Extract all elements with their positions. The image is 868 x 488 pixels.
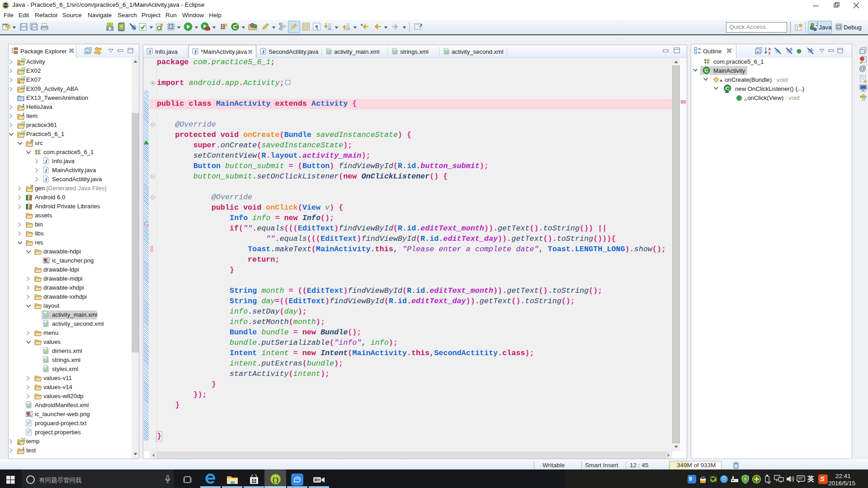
svg-text:J: J (194, 49, 196, 54)
svg-text:¶: ¶ (315, 23, 318, 30)
svg-text:J: J (45, 177, 47, 182)
svg-text:J: J (262, 49, 264, 54)
svg-text:a: a (23, 131, 24, 134)
svg-text:{}: {} (272, 477, 279, 483)
svg-text:J: J (816, 23, 818, 27)
svg-text:a: a (23, 438, 24, 441)
svg-text:a: a (23, 85, 24, 89)
svg-text:a: a (23, 67, 24, 70)
svg-text:J: J (45, 159, 47, 164)
svg-text:J: J (148, 49, 151, 54)
svg-text:L: L (811, 47, 814, 52)
svg-text:J: J (22, 447, 24, 451)
svg-text:S: S (790, 47, 793, 52)
svg-text:a: a (23, 76, 24, 80)
svg-text:J: J (22, 113, 24, 117)
svg-text:J: J (45, 168, 47, 173)
svg-text:a: a (23, 58, 24, 61)
svg-text:a: a (23, 122, 24, 125)
svg-text:z: z (769, 51, 771, 55)
svg-text:J: J (22, 103, 24, 108)
svg-text:C: C (704, 68, 708, 73)
